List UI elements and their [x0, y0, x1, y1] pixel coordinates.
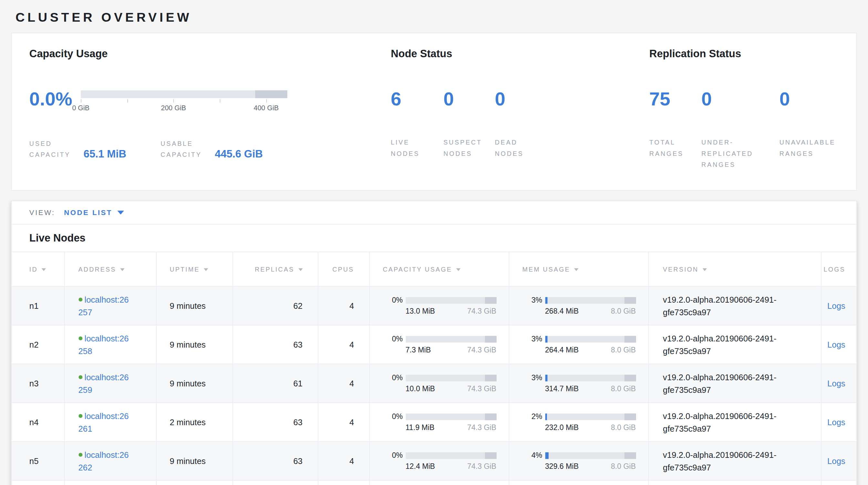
- axis-tick: [127, 99, 128, 103]
- view-selector-dropdown[interactable]: NODE LIST: [64, 208, 124, 217]
- node-replicas-cell: 63: [232, 403, 318, 442]
- node-logs-cell: Logs: [821, 286, 857, 325]
- axis-tick-label: 200 GiB: [161, 104, 186, 112]
- node-address-link[interactable]: localhost:26261: [79, 411, 129, 433]
- capacity-axis: 0 GiB 200 GiB 400 GiB: [81, 98, 287, 116]
- memory-used-value: 264.4 MiB: [545, 346, 579, 354]
- capacity-percent-label: 0%: [383, 374, 403, 382]
- capacity-percent-label: 0%: [383, 412, 403, 421]
- node-address-cell: localhost:26257: [64, 286, 156, 325]
- node-status-section: Node Status 6 LIVE NODES 0 SUSPECT NODES…: [391, 48, 649, 170]
- column-header-id[interactable]: ID: [11, 252, 64, 286]
- used-capacity-stat: USED CAPACITY 65.1 MiB: [29, 138, 126, 160]
- node-capacity-cell: 0% 7.3 MiB74.3 GiB: [369, 325, 508, 364]
- node-cpus-cell: 4: [318, 403, 369, 442]
- mem-bar-fill: [545, 336, 548, 343]
- node-uptime-cell: 9 minutes: [156, 442, 232, 481]
- node-address-cell: localhost:26259: [64, 364, 156, 403]
- sort-caret-icon: [456, 268, 461, 271]
- memory-total-value: 8.0 GiB: [611, 424, 636, 432]
- used-capacity-label: USED CAPACITY: [29, 138, 78, 160]
- node-address-link[interactable]: localhost:26259: [79, 372, 129, 395]
- capacity-usage-heading: Capacity Usage: [29, 48, 391, 60]
- live-nodes-stat: 6 LIVE NODES: [391, 88, 443, 160]
- node-uptime-cell: 2 minutes: [156, 403, 232, 442]
- node-version-cell: v19.2.0-alpha.20190606-2491-gfe735c9a97: [648, 364, 821, 403]
- column-header-version[interactable]: VERSION: [648, 252, 821, 286]
- node-id-cell: n4: [11, 403, 64, 442]
- cluster-overview-page: CLUSTER OVERVIEW Capacity Usage 0.0%: [0, 0, 868, 485]
- mem-usage-bar: [545, 336, 636, 343]
- mem-usage-bar: [545, 413, 636, 420]
- capacity-bar-chart: 0 GiB 200 GiB 400 GiB: [81, 88, 287, 116]
- mem-usage-bar: [545, 297, 636, 304]
- node-status-heading: Node Status: [391, 48, 649, 60]
- column-header-cpus[interactable]: CPUS: [318, 252, 369, 286]
- chevron-down-icon: [117, 211, 124, 215]
- node-memory-cell: 3% 314.7 MiB8.0 GiB: [508, 364, 648, 403]
- node-address-link[interactable]: localhost:26262: [79, 450, 129, 472]
- node-logs-cell: Logs: [821, 403, 857, 442]
- column-header-logs: LOGS: [821, 252, 857, 286]
- node-address-link[interactable]: localhost:26258: [79, 333, 129, 356]
- column-header-uptime[interactable]: UPTIME: [156, 252, 232, 286]
- memory-percent-label: 3%: [522, 296, 542, 305]
- unavailable-ranges-stat: 0 UNAVAILABLE RANGES: [779, 88, 851, 170]
- capacity-usage-bar: [406, 375, 496, 381]
- node-replicas-cell: 63: [232, 442, 318, 481]
- node-capacity-cell: 0% 11.9 MiB74.3 GiB: [369, 403, 508, 442]
- node-version-cell: v19.2.0-alpha.20190606-2491-gfe735c9a97: [648, 286, 821, 325]
- memory-used-value: 314.7 MiB: [545, 385, 579, 393]
- node-address-link[interactable]: localhost:26257: [79, 294, 129, 317]
- memory-used-value: 268.4 MiB: [545, 307, 579, 316]
- node-cpus-cell: 4: [318, 442, 369, 481]
- node-replicas-cell: 61: [232, 364, 318, 403]
- replication-status-section: Replication Status 75 TOTAL RANGES 0 UND…: [649, 48, 857, 170]
- column-header-address[interactable]: ADDRESS: [64, 252, 156, 286]
- under-replicated-ranges-stat: 0 UNDER-REPLICATED RANGES: [702, 88, 779, 170]
- capacity-total-value: 74.3 GiB: [467, 462, 496, 471]
- logs-link[interactable]: Logs: [827, 379, 845, 388]
- column-header-capacity-usage[interactable]: CAPACITY USAGE: [369, 252, 508, 286]
- live-nodes-table: ID ADDRESS UPTIME REPLICAS CPUS CAPACITY…: [11, 252, 857, 485]
- sort-caret-icon: [702, 268, 707, 271]
- memory-percent-label: 3%: [522, 335, 542, 343]
- live-nodes-panel: VIEW: NODE LIST Live Nodes ID ADDRESS UP…: [11, 201, 857, 485]
- sort-caret-icon: [120, 268, 124, 271]
- node-row: n3 localhost:26259 9 minutes 61 4 0% 10.…: [11, 364, 857, 403]
- suspect-nodes-stat: 0 SUSPECT NODES: [443, 88, 495, 160]
- node-live-dot-icon: [79, 375, 82, 379]
- mem-bar-fill: [545, 452, 549, 459]
- node-live-dot-icon: [79, 414, 82, 418]
- node-id-cell: n3: [11, 364, 64, 403]
- mem-usage-bar: [545, 452, 636, 459]
- dead-nodes-label: DEAD NODES: [495, 137, 536, 159]
- capacity-percent-label: 0%: [383, 335, 403, 343]
- view-selected-option: NODE LIST: [64, 208, 113, 217]
- logs-link[interactable]: Logs: [827, 457, 845, 466]
- column-header-replicas[interactable]: REPLICAS: [232, 252, 318, 286]
- logs-link[interactable]: Logs: [827, 418, 845, 427]
- memory-total-value: 8.0 GiB: [611, 346, 636, 354]
- node-logs-cell: Logs: [821, 442, 857, 481]
- column-header-mem-usage[interactable]: MEM USAGE: [508, 252, 648, 286]
- live-nodes-value: 6: [391, 88, 443, 110]
- node-version-cell: v19.2.0-alpha.20190606-2491-gfe735c9a97: [648, 403, 821, 442]
- replication-status-heading: Replication Status: [649, 48, 857, 60]
- used-capacity-value: 65.1 MiB: [84, 148, 126, 160]
- under-replicated-ranges-value: 0: [702, 88, 779, 110]
- logs-link[interactable]: Logs: [827, 301, 845, 311]
- sort-caret-icon: [574, 268, 579, 271]
- node-logs-cell: Logs: [821, 364, 857, 403]
- logs-link[interactable]: Logs: [827, 340, 845, 349]
- memory-percent-label: 3%: [522, 374, 542, 382]
- sort-caret-icon: [298, 268, 303, 271]
- capacity-usage-bar: [406, 452, 496, 459]
- capacity-total-value: 74.3 GiB: [467, 307, 496, 316]
- sort-caret-icon: [204, 268, 208, 271]
- memory-percent-label: 2%: [522, 412, 542, 421]
- axis-tick-label: 400 GiB: [254, 104, 279, 112]
- capacity-used-value: 12.4 MiB: [406, 462, 435, 471]
- capacity-used-value: 11.9 MiB: [406, 424, 435, 432]
- live-nodes-heading: Live Nodes: [11, 225, 857, 252]
